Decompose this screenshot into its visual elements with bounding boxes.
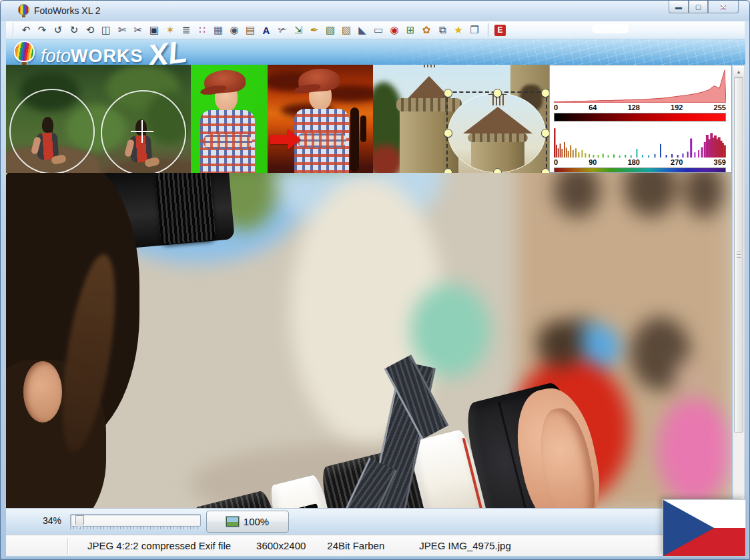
crop-frame-icon[interactable]: ▣ xyxy=(146,23,162,37)
import-image-icon[interactable]: ⇲ xyxy=(290,23,306,37)
rotate-cw-icon[interactable]: ↻ xyxy=(66,23,82,37)
shapes-copy-icon[interactable]: ⧉ xyxy=(434,23,450,37)
scrollbar-up-button[interactable]: ▲ xyxy=(733,66,744,77)
cactus-silhouette xyxy=(350,107,359,172)
texture-frame-icon[interactable]: ▦ xyxy=(210,23,226,37)
photographer-ear xyxy=(23,361,62,423)
logo-xl: XL xyxy=(146,40,188,65)
framed-image-icon[interactable]: ⊞ xyxy=(402,23,418,37)
logo-banner: fotoWORKSXL xyxy=(6,39,745,65)
image-zoom-icon xyxy=(226,517,239,527)
axis-tick-label: 270 xyxy=(671,158,683,166)
rotate-right-90-icon[interactable]: ↷ xyxy=(34,23,50,37)
status-bar: JPEG 4:2:2 compressed Exif file 3600x240… xyxy=(6,535,745,556)
status-dimensions: 3600x2400 xyxy=(256,540,306,551)
selection-handle xyxy=(444,129,452,137)
rotate-angle-icon[interactable]: ⟲ xyxy=(82,23,98,37)
forest-vignette-sample-image xyxy=(6,65,191,173)
luminance-histogram-plot xyxy=(554,68,726,103)
text-tool-icon[interactable]: A xyxy=(258,23,274,37)
photo-canvas[interactable]: 100 xyxy=(6,173,732,508)
pen-tool-icon[interactable]: ✒ xyxy=(306,23,322,37)
hue-gradient-bar xyxy=(554,168,726,173)
axis-tick-label: 359 xyxy=(714,158,726,166)
favorites-star-icon[interactable]: ★ xyxy=(450,23,466,37)
print-copies-icon[interactable]: ❐ xyxy=(466,23,482,37)
axis-tick-label: 0 xyxy=(554,103,558,111)
rotate-left-90-icon[interactable]: ↶ xyxy=(18,23,34,37)
clone-cut-icon[interactable]: ✃ xyxy=(274,23,290,37)
luminance-gradient-bar xyxy=(554,113,726,121)
zoom-100-button[interactable]: 100% xyxy=(206,511,289,533)
main-toolbar: ↶↷↺↻⟲◫✄✂▣✶≣∷▦◉▤A✃⇲✒▧▨◣▭◉⊞✿⧉★❐ E xyxy=(6,21,745,39)
selection-handle xyxy=(493,168,502,173)
status-separator xyxy=(67,538,69,554)
gift-icon[interactable]: ✿ xyxy=(418,23,434,37)
scrollbar-thumb[interactable] xyxy=(734,77,743,433)
logo-works: WORKS xyxy=(71,46,143,65)
lens-distance-window xyxy=(282,503,325,508)
zoom-bar: 34% 100% xyxy=(6,508,745,535)
app-window: FotoWorks XL 2 ▬ ▢ ✕ ↶↷↺↻⟲◫✄✂▣✶≣∷▦◉▤A✃⇲✒… xyxy=(0,0,750,560)
zoom-slider-ticks xyxy=(70,527,200,529)
brightness-levels-icon[interactable]: ≣ xyxy=(178,23,194,37)
scrollbar-grip xyxy=(737,252,741,260)
scissors-icon[interactable]: ✂ xyxy=(130,23,146,37)
tower-roof xyxy=(463,107,532,133)
paint-bucket-icon[interactable]: ◣ xyxy=(354,23,370,37)
selection-handle xyxy=(541,129,549,137)
flag-triangle xyxy=(663,500,714,556)
cactus-arm xyxy=(360,115,366,142)
axis-tick-label: 180 xyxy=(628,158,640,166)
photo-frame-icon[interactable]: ▤ xyxy=(242,23,258,37)
banner-grid-pattern xyxy=(316,39,745,65)
boy-crossed-arms xyxy=(203,134,252,149)
axis-tick-label: 0 xyxy=(554,158,558,166)
selection-marquee xyxy=(446,91,547,173)
free-crop-icon[interactable]: ✄ xyxy=(114,23,130,37)
luminance-histogram xyxy=(554,68,726,103)
axis-tick-label: 192 xyxy=(671,103,683,111)
zoom-slider-track[interactable] xyxy=(70,514,201,527)
color-levels-icon[interactable]: ∷ xyxy=(194,23,210,37)
red-eye-icon[interactable]: ◉ xyxy=(386,23,402,37)
camera-dial xyxy=(155,173,216,244)
boy-crossed-arms xyxy=(297,133,346,148)
hue-histogram-plot xyxy=(554,125,726,158)
landscape-image-icon[interactable]: ▨ xyxy=(338,23,354,37)
histogram-panel: 064128192255 090180270359 xyxy=(549,65,732,173)
axis-tick-label: 255 xyxy=(714,103,726,111)
window-bottom-border xyxy=(1,556,749,560)
boy-figure xyxy=(293,67,350,173)
rotate-ccw-icon[interactable]: ↺ xyxy=(50,23,66,37)
close-button[interactable]: ✕ xyxy=(708,1,739,13)
status-file-info: JPEG 4:2:2 compressed Exif file xyxy=(87,540,231,551)
language-flag-button[interactable] xyxy=(663,499,746,557)
camera-icon[interactable]: ◉ xyxy=(226,23,242,37)
vertical-scrollbar[interactable]: ▲ xyxy=(733,65,745,508)
magic-wand-icon[interactable]: ✶ xyxy=(162,23,178,37)
monitor-icon[interactable]: ▭ xyxy=(370,23,386,37)
arrow-head xyxy=(288,129,301,150)
hue-axis-ticks: 090180270359 xyxy=(554,158,726,166)
close-icon: ✕ xyxy=(720,2,727,11)
arrow-shaft xyxy=(270,135,288,144)
axis-tick-label: 90 xyxy=(589,158,597,166)
luminance-axis-ticks: 064128192255 xyxy=(554,103,726,111)
balloon-basket-shape xyxy=(22,15,25,17)
minimize-button[interactable]: ▬ xyxy=(669,1,689,13)
maximize-icon: ▢ xyxy=(695,3,701,11)
maximize-button[interactable]: ▢ xyxy=(689,1,708,13)
crosshair-icon xyxy=(131,131,153,132)
castle-selection-sample-image xyxy=(373,65,549,173)
selection-handle xyxy=(444,89,452,97)
balloon-shape xyxy=(14,41,35,62)
toolbar-groove xyxy=(13,23,14,37)
logo-balloon-icon xyxy=(14,41,34,63)
e-tool-button[interactable]: E xyxy=(494,25,506,36)
flip-mirror-icon[interactable]: ◫ xyxy=(98,23,114,37)
logo-text: fotoWORKSXL xyxy=(41,40,186,65)
status-color-depth: 24Bit Farben xyxy=(327,540,384,551)
effects-image-icon[interactable]: ▧ xyxy=(322,23,338,37)
sample-strip: 064128192255 090180270359 xyxy=(6,65,732,173)
